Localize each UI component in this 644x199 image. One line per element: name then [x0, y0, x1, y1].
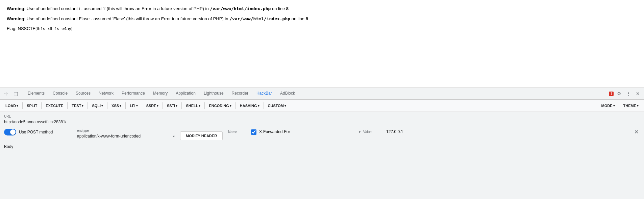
main-content: Warning: Use of undefined constant i - a… [0, 0, 644, 74]
warning-2-line: 8 [306, 16, 308, 21]
warning-1-file: /var/www/html/index.php [210, 6, 271, 11]
warning-2: Warning: Use of undefined constant Flase… [7, 16, 637, 22]
warning-1-line: 8 [286, 6, 289, 11]
warning-2-file: /var/www/html/index.php [229, 16, 290, 21]
warning-1-bold: Warning [7, 6, 24, 11]
warning-1: Warning: Use of undefined constant i - a… [7, 5, 637, 12]
warning-2-bold: Warning [7, 16, 24, 21]
flag-line: Flag: NSSCTF{th1s_xff_1s_e4ay} [7, 25, 637, 32]
